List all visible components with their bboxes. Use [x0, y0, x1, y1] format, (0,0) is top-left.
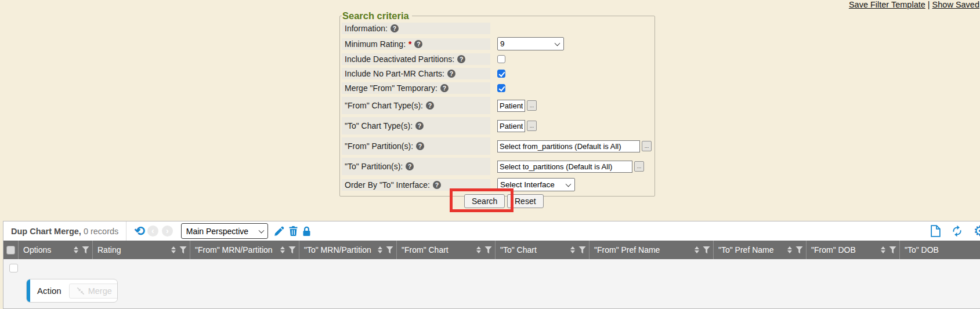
- header-select-all-cell: [3, 241, 19, 259]
- column-header-to-chart[interactable]: "To" Chart: [496, 241, 590, 259]
- previous-page-icon[interactable]: ‹: [147, 226, 158, 237]
- sort-icon[interactable]: [881, 244, 885, 256]
- action-panel-accent-bar: [27, 279, 30, 302]
- sort-icon[interactable]: [695, 244, 699, 256]
- action-label: Action: [37, 286, 62, 296]
- form-row-information: Information: ?: [342, 23, 652, 34]
- filter-icon[interactable]: [578, 246, 586, 254]
- column-header-from-dob[interactable]: "From" DOB: [807, 241, 900, 259]
- include-deactivated-partitions-label: Include Deactivated Partitions: ?: [342, 53, 490, 65]
- merge-from-temporary-checkbox[interactable]: [497, 84, 505, 92]
- next-page-icon[interactable]: ›: [162, 226, 173, 237]
- include-deactivated-partitions-checkbox[interactable]: [497, 55, 505, 63]
- action-panel: Action Merge: [26, 279, 118, 303]
- help-icon[interactable]: ?: [390, 24, 399, 32]
- reset-button[interactable]: Reset: [507, 194, 544, 208]
- sort-icon[interactable]: [74, 244, 78, 256]
- lock-icon[interactable]: [302, 226, 311, 237]
- sort-icon[interactable]: [171, 244, 176, 256]
- column-header-from-chart[interactable]: "From" Chart: [397, 241, 496, 259]
- form-row-include-no-part-mr-charts: Include No Part-MR Charts: ?: [342, 68, 652, 79]
- show-saved-link[interactable]: Show Saved: [932, 0, 979, 9]
- sort-icon[interactable]: [476, 244, 481, 256]
- to-chart-types-browse-button[interactable]: ...: [527, 121, 537, 131]
- column-header-from-mrn-partition[interactable]: "From" MRN/Partition: [190, 241, 299, 259]
- help-icon[interactable]: ?: [447, 70, 455, 78]
- row-checkbox[interactable]: [9, 264, 18, 272]
- search-criteria-legend: Search criteria: [342, 10, 412, 21]
- help-icon[interactable]: ?: [406, 162, 414, 170]
- filter-icon[interactable]: [889, 246, 896, 254]
- form-row-to-chart-types: "To" Chart Type(s): ? ...: [342, 117, 652, 134]
- from-chart-types-input[interactable]: [497, 100, 525, 112]
- column-header-rating[interactable]: Rating: [93, 241, 190, 259]
- filter-icon[interactable]: [82, 246, 89, 254]
- from-partitions-input[interactable]: [497, 140, 640, 152]
- from-chart-types-browse-button[interactable]: ...: [527, 100, 537, 111]
- help-icon[interactable]: ?: [457, 55, 465, 63]
- to-partitions-input[interactable]: [497, 161, 632, 173]
- form-row-to-partitions: "To" Partition(s): ? ...: [342, 158, 652, 175]
- column-header-to-dob[interactable]: "To" DOB: [900, 241, 980, 259]
- merge-from-temporary-label: Merge "From" Temporary: ?: [342, 82, 490, 94]
- column-header-to-mrn-partition[interactable]: "To" MRN/Partition: [299, 241, 397, 259]
- filter-icon[interactable]: [179, 246, 187, 254]
- sort-icon[interactable]: [570, 244, 575, 256]
- column-header-options[interactable]: Options: [19, 241, 93, 259]
- toolbar-divider: [126, 221, 126, 241]
- help-icon[interactable]: ?: [440, 84, 449, 92]
- filter-template-links: Save Filter Template|Show Saved: [849, 0, 979, 9]
- merge-button[interactable]: Merge: [69, 283, 118, 299]
- required-marker: *: [408, 39, 411, 49]
- toolbar-right-icons: ⚙: [931, 224, 980, 238]
- to-partitions-browse-button[interactable]: ...: [634, 161, 644, 172]
- include-no-part-mr-charts-checkbox[interactable]: [497, 70, 505, 78]
- edit-pencil-icon[interactable]: [274, 226, 284, 237]
- form-row-merge-from-temporary: Merge "From" Temporary: ?: [342, 82, 652, 94]
- help-icon[interactable]: ?: [414, 40, 422, 48]
- information-label: Information: ?: [342, 23, 490, 34]
- refresh-icon[interactable]: [951, 225, 963, 237]
- grid-title: Dup Chart Merge, 0 records: [3, 227, 126, 236]
- merge-icon: [77, 287, 85, 295]
- save-filter-template-link[interactable]: Save Filter Template: [849, 0, 925, 9]
- filter-icon[interactable]: [703, 246, 710, 254]
- filter-icon[interactable]: [795, 246, 803, 254]
- results-grid: Dup Chart Merge, 0 records ⟲ ‹ › Main Pe…: [3, 221, 980, 309]
- filter-icon[interactable]: [386, 246, 393, 254]
- link-separator: |: [928, 0, 930, 9]
- to-chart-types-label: "To" Chart Type(s): ?: [342, 117, 490, 134]
- from-chart-types-label: "From" Chart Type(s): ?: [342, 97, 490, 114]
- from-partitions-browse-button[interactable]: ...: [642, 141, 652, 151]
- new-document-icon[interactable]: [931, 225, 941, 237]
- help-icon[interactable]: ?: [416, 142, 424, 150]
- delete-trash-icon[interactable]: [289, 226, 298, 236]
- form-row-include-deactivated-partitions: Include Deactivated Partitions: ?: [342, 53, 652, 65]
- column-header-from-pref-name[interactable]: "From" Pref Name: [590, 241, 714, 259]
- filter-icon[interactable]: [288, 246, 296, 254]
- minimum-rating-select[interactable]: 9: [497, 37, 564, 50]
- column-header-to-pref-name[interactable]: "To" Pref Name: [714, 241, 807, 259]
- filter-icon[interactable]: [484, 246, 492, 254]
- include-no-part-mr-charts-label: Include No Part-MR Charts: ?: [342, 68, 490, 79]
- undo-icon[interactable]: ⟲: [134, 225, 144, 238]
- order-by-to-interface-select[interactable]: Select Interface: [497, 178, 575, 191]
- order-by-to-interface-label: Order By "To" Interface: ?: [342, 179, 490, 191]
- form-row-minimum-rating: Minimum Rating: * ? 9: [342, 37, 652, 50]
- help-icon[interactable]: ?: [415, 122, 424, 130]
- to-chart-types-input[interactable]: [497, 120, 525, 132]
- sort-icon[interactable]: [378, 244, 382, 256]
- form-row-order-by-to-interface: Order By "To" Interface: ? Select Interf…: [342, 178, 652, 191]
- sort-icon[interactable]: [787, 244, 792, 256]
- help-icon[interactable]: ?: [426, 101, 434, 110]
- sort-icon[interactable]: [280, 244, 285, 256]
- select-all-checkbox[interactable]: [6, 246, 15, 255]
- help-icon[interactable]: ?: [433, 181, 441, 189]
- form-row-from-partitions: "From" Partition(s): ? ...: [342, 137, 652, 155]
- gear-icon[interactable]: ⚙: [974, 224, 980, 238]
- search-button[interactable]: Search: [464, 194, 505, 208]
- perspective-select[interactable]: Main Perspective: [181, 223, 268, 239]
- record-count: 0 records: [84, 227, 118, 236]
- grid-title-text: Dup Chart Merge,: [11, 227, 81, 236]
- grid-body: Action Merge: [3, 259, 980, 309]
